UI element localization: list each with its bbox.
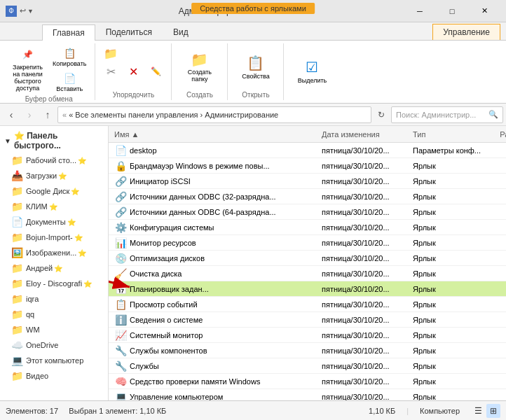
file-icon: 🧠 <box>114 375 127 388</box>
properties-button[interactable]: 📋 Свойства <box>238 53 274 81</box>
images-icon: 🖼️ <box>11 247 23 258</box>
file-row[interactable]: 💿Оптимизация дисков пятница/30/10/20... … <box>109 251 506 266</box>
sidebar-item-label: Видео <box>26 372 48 380</box>
close-button[interactable]: ✕ <box>468 0 500 22</box>
tab-home[interactable]: Главная <box>42 24 95 41</box>
undo-icon[interactable]: ↩ <box>20 6 26 15</box>
file-row[interactable]: 🔧Службы компонентов пятница/30/10/20... … <box>109 343 506 358</box>
down-arrow-icon[interactable]: ▼ <box>27 8 34 15</box>
file-row[interactable]: ℹ️Сведения о системе пятница/30/10/20...… <box>109 312 506 328</box>
col-type-header[interactable]: Тип <box>413 130 490 139</box>
search-box[interactable]: Поиск: Администрир... 🔍 <box>391 106 503 123</box>
col-name-header[interactable]: Имя ▲ <box>111 130 322 139</box>
file-size: 3 К <box>490 146 506 155</box>
sidebar-item-googledrive[interactable]: 📁 Google Диск ⭐ <box>0 183 108 199</box>
quick-access-icon[interactable]: Ф <box>6 6 17 17</box>
minimize-button[interactable]: ─ <box>404 0 436 22</box>
tab-share[interactable]: Поделиться <box>95 24 163 40</box>
file-name: ⚙️Конфигурация системы <box>111 221 322 234</box>
copy-button[interactable]: 📋 Копировать <box>50 45 89 69</box>
sidebar-item-label: Изображени... <box>26 248 76 257</box>
sidebar: ▼ ⭐ Панель быстрого... 📁 Рабочий сто... … <box>0 126 109 400</box>
sidebar-item-label: Андрей <box>26 264 53 272</box>
delete-button[interactable]: ✕ <box>123 63 143 80</box>
file-date: пятница/30/10/20... <box>322 316 413 324</box>
file-size: 2 К <box>490 362 506 370</box>
file-size: 2 К <box>490 393 506 401</box>
sidebar-item-label: Google Диск <box>26 187 69 195</box>
sidebar-item-andrey[interactable]: 📁 Андрей ⭐ <box>0 260 108 276</box>
file-row[interactable]: 🧠Средство проверки памяти Windows пятниц… <box>109 374 506 389</box>
forward-button[interactable]: › <box>21 106 38 123</box>
file-icon: 📄 <box>114 144 127 157</box>
sidebar-item-documents[interactable]: 📄 Документы ⭐ <box>0 214 108 230</box>
documents-icon: 📄 <box>11 216 23 227</box>
sidebar-item-downloads[interactable]: 📥 Загрузки ⭐ <box>0 168 108 183</box>
sidebar-item-iqra[interactable]: 📁 iqra <box>0 291 108 307</box>
sidebar-item-wm[interactable]: 📁 WM <box>0 322 108 337</box>
file-row[interactable]: 🔗Инициатор iSCSI пятница/30/10/20... Ярл… <box>109 174 506 189</box>
delete-icon: ✕ <box>126 64 140 78</box>
file-name: 🔗Источники данных ODBC (64-разрядна... <box>111 206 322 218</box>
sidebar-item-eloy[interactable]: 📁 Eloy - Discografi ⭐ <box>0 276 108 291</box>
sidebar-item-qq[interactable]: 📁 qq <box>0 307 108 322</box>
back-button[interactable]: ‹ <box>3 106 20 123</box>
sidebar-item-onedrive[interactable]: ☁️ OneDrive <box>0 337 108 353</box>
copy-icon: 📋 <box>62 46 76 60</box>
scissors-button[interactable]: ✂ <box>101 63 121 80</box>
clipboard-label: Буфер обмена <box>25 95 73 103</box>
col-date-header[interactable]: Дата изменения <box>322 130 413 139</box>
file-type: Ярлык <box>413 285 490 293</box>
rename-button[interactable]: ✏️ <box>146 63 165 80</box>
file-row[interactable]: ⚙️Конфигурация системы пятница/30/10/20.… <box>109 220 506 235</box>
file-row[interactable]: 📈Системный монитор пятница/30/10/20... Я… <box>109 328 506 343</box>
file-row[interactable]: 📋Просмотр событий пятница/30/10/20... Яр… <box>109 297 506 312</box>
sidebar-item-label: Документы <box>26 218 66 226</box>
file-type: Ярлык <box>413 316 490 324</box>
paste-button[interactable]: 📄 Вставить <box>50 70 89 94</box>
tab-manage[interactable]: Управление <box>432 24 500 40</box>
sidebar-header[interactable]: ▼ ⭐ Панель быстрого... <box>0 129 108 153</box>
file-icon: 🔧 <box>114 360 127 372</box>
file-size: 2 К <box>490 285 506 293</box>
file-size: 2 К <box>490 346 506 355</box>
file-row[interactable]: 🔗Источники данных ODBC (64-разрядна... п… <box>109 204 506 220</box>
file-date: пятница/30/10/20... <box>322 270 413 278</box>
file-row[interactable]: 🔧Службы пятница/30/10/20... Ярлык 2 К <box>109 358 506 374</box>
pin-button[interactable]: 📌 Закрепить на панели быстрого доступа <box>8 45 47 94</box>
details-view-icon[interactable]: ⊞ <box>486 404 500 418</box>
maximize-button[interactable]: □ <box>436 0 468 22</box>
file-type: Ярлык <box>413 362 490 370</box>
folder-icon: 📁 <box>11 324 23 335</box>
file-row[interactable]: 🔗Источники данных ODBC (32-разрядна... п… <box>109 189 506 204</box>
sidebar-item-computer[interactable]: 💻 Этот компьютер <box>0 353 108 368</box>
file-name: 📋Просмотр событий <box>111 298 322 311</box>
file-row[interactable]: 📄desktop пятница/30/10/20... Параметры к… <box>109 143 506 158</box>
refresh-button[interactable]: ↻ <box>373 106 390 123</box>
address-bar[interactable]: « « Все элементы панели управления › Адм… <box>57 106 371 123</box>
new-folder-button[interactable]: 📁 Создатьпапку <box>184 50 216 85</box>
sidebar-item-images[interactable]: 🖼️ Изображени... ⭐ <box>0 245 108 260</box>
file-row-selected[interactable]: 📅Планировщик задан... пятница/30/10/20..… <box>109 281 506 297</box>
sidebar-item-desktop[interactable]: 📁 Рабочий сто... ⭐ <box>0 153 108 168</box>
select-button[interactable]: ☑ Выделить <box>294 57 331 85</box>
file-row[interactable]: 📊Монитор ресурсов пятница/30/10/20... Яр… <box>109 235 506 251</box>
up-button[interactable]: ↑ <box>39 106 56 123</box>
file-row[interactable]: 🧹Очистка диска пятница/30/10/20... Ярлык… <box>109 266 506 281</box>
file-row[interactable]: 🔒Брандмауэр Windows в режиме повы... пят… <box>109 158 506 174</box>
file-row[interactable]: 💻Управление компьютером пятница/30/10/20… <box>109 389 506 400</box>
file-icon: 📋 <box>114 298 127 311</box>
sidebar-item-klim[interactable]: 📁 КЛИМ ⭐ <box>0 199 108 214</box>
sidebar-item-label: Eloy - Discografi <box>26 279 82 288</box>
downloads-icon: 📥 <box>11 170 23 181</box>
sidebar-item-bojun[interactable]: 📁 Bojun-Import- ⭐ <box>0 230 108 245</box>
col-size-header[interactable]: Размер <box>490 130 506 139</box>
list-view-icon[interactable]: ☰ <box>471 404 485 418</box>
tab-view[interactable]: Вид <box>163 24 199 40</box>
file-icon: 📈 <box>114 329 127 342</box>
move-button[interactable]: 📁 <box>101 45 123 62</box>
view-toggle: ☰ ⊞ <box>471 404 500 418</box>
file-icon: 🔗 <box>114 190 127 203</box>
sidebar-item-video[interactable]: 📁 Видео <box>0 368 108 384</box>
sidebar-header-label: ⭐ Панель быстрого... <box>14 131 104 150</box>
